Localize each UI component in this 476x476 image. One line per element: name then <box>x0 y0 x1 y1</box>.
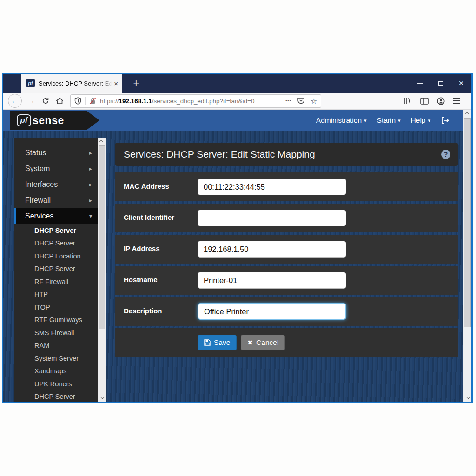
sidebar-item-system[interactable]: System▸ <box>14 161 98 177</box>
sidebar-subitem[interactable]: RTF Gumilways <box>14 314 98 327</box>
chevron-down-icon: ▾ <box>398 118 401 124</box>
page-title: Services: DHCP Server: Edit Static Mappi… <box>115 149 315 160</box>
tab-bar: pf Services: DHCP Server: Edit S × + × <box>3 74 471 93</box>
reload-button[interactable] <box>42 97 49 105</box>
client-identifier-field[interactable] <box>198 210 346 226</box>
form-row-client-identifier: Client Identifier <box>115 204 458 232</box>
url-text[interactable]: https://192.168.1.1/services_dhcp_edit.p… <box>100 98 282 105</box>
ip-address-field[interactable] <box>198 241 346 258</box>
hostname-field[interactable] <box>198 272 346 289</box>
mac-address-field[interactable] <box>198 178 346 195</box>
browser-window: pf Services: DHCP Server: Edit S × + × ←… <box>2 73 473 403</box>
sidebar-subitem[interactable]: System Server <box>14 352 98 365</box>
chevron-down-icon: ▾ <box>364 118 367 124</box>
maximize-button[interactable] <box>430 74 451 93</box>
page-actions-icon[interactable]: ••• <box>285 99 291 103</box>
tab-close-icon[interactable]: × <box>114 79 118 87</box>
url-divider <box>85 97 86 105</box>
tab-title: Services: DHCP Server: Edit S <box>39 80 112 87</box>
sidebar-subitem[interactable]: DHCP Location <box>14 250 98 263</box>
menu-help[interactable]: Help▾ <box>411 116 430 125</box>
insecure-lock-icon[interactable] <box>89 97 96 105</box>
pf-logo-icon: pf <box>17 114 31 126</box>
scrollbar-thumb[interactable] <box>464 118 471 327</box>
x-icon: ✖ <box>247 339 253 346</box>
library-icon[interactable] <box>403 97 412 105</box>
back-button[interactable]: ← <box>8 94 22 108</box>
static-mapping-form: MAC Address Client Identifier IP Address… <box>115 172 458 357</box>
tracking-shield-icon[interactable] <box>74 97 81 105</box>
ip-address-label: IP Address <box>124 245 160 252</box>
scroll-down-icon[interactable] <box>463 394 471 402</box>
form-row-description: Description <box>115 297 458 326</box>
menu-administration[interactable]: Administration▾ <box>316 116 367 125</box>
sidebar-subitem[interactable]: SMS Firewall <box>14 326 98 339</box>
scroll-up-icon[interactable] <box>463 110 471 117</box>
browser-toolbar: ← → https://192.168.1.1/services_dhcp_ed… <box>3 93 471 110</box>
cancel-button[interactable]: ✖ Cancel <box>241 335 285 350</box>
form-row-hostname: Hostname <box>115 266 458 295</box>
form-row-mac-address: MAC Address <box>115 172 458 201</box>
sidebar-scrollbar[interactable] <box>98 138 106 402</box>
new-tab-button[interactable]: + <box>129 76 143 90</box>
sidebar-subitem[interactable]: RF Firewall <box>14 275 98 288</box>
save-button[interactable]: Save <box>198 335 237 350</box>
sidebar-subitem[interactable]: DHCP Server <box>14 390 98 402</box>
logout-icon[interactable] <box>441 117 450 124</box>
sidebar-item-status[interactable]: Status▸ <box>14 145 98 161</box>
sidebar-subitem[interactable]: ITOP <box>14 301 98 314</box>
menu-starin[interactable]: Starin▾ <box>377 116 401 125</box>
text-cursor <box>251 307 251 316</box>
sidebar-subitem[interactable]: DHCP Server <box>14 237 98 250</box>
bookmark-star-icon[interactable]: ☆ <box>311 97 317 106</box>
hostname-label: Hostname <box>124 276 158 284</box>
toolbar-right-icons <box>403 97 467 105</box>
sidebar-subitem[interactable]: HTP <box>14 288 98 301</box>
forward-button[interactable]: → <box>26 96 35 106</box>
help-icon[interactable]: ? <box>441 150 450 159</box>
main-content: Services: DHCP Server: Edit Static Mappi… <box>115 143 458 357</box>
sidebar-subitem[interactable]: DHCP Server <box>14 263 98 276</box>
page-body: Status▸ System▸ Interfaces▸ Firewall▸ Se… <box>3 131 471 402</box>
sidebar-item-interfaces[interactable]: Interfaces▸ <box>14 177 98 192</box>
sidebar-subitem[interactable]: DHCP Server <box>14 224 98 237</box>
chevron-right-icon: ▸ <box>89 150 92 156</box>
scroll-up-icon[interactable] <box>98 138 106 145</box>
menu-hamburger-icon[interactable] <box>453 98 460 104</box>
form-footer: Save ✖ Cancel <box>115 328 458 357</box>
chevron-right-icon: ▸ <box>89 165 92 172</box>
home-button[interactable] <box>56 97 64 105</box>
floppy-disk-icon <box>204 339 211 346</box>
client-identifier-label: Client Identifier <box>124 213 174 221</box>
sidebar-item-services[interactable]: Services▾ <box>14 208 98 224</box>
sidebar-subitem[interactable]: UPK Roners <box>14 377 98 390</box>
mac-address-label: MAC Address <box>124 182 169 190</box>
scrollbar-thumb[interactable] <box>99 145 105 329</box>
url-bar[interactable]: https://192.168.1.1/services_dhcp_edit.p… <box>70 94 321 108</box>
pocket-icon[interactable] <box>297 97 305 105</box>
sidebar-toggle-icon[interactable] <box>420 98 429 105</box>
sidebar-subitem[interactable]: Xandmaps <box>14 365 98 378</box>
brand-name: sense <box>33 114 64 127</box>
pfsense-navbar: pf sense Administration▾ Starin▾ Help▾ <box>3 110 471 131</box>
page-title-panel: Services: DHCP Server: Edit Static Mappi… <box>115 143 458 166</box>
window-controls: × <box>410 74 471 93</box>
close-window-button[interactable]: × <box>451 74 471 93</box>
minimize-button[interactable] <box>410 74 430 93</box>
sidebar: Status▸ System▸ Interfaces▸ Firewall▸ Se… <box>14 138 98 402</box>
description-label: Description <box>124 307 162 315</box>
navbar-menus: Administration▾ Starin▾ Help▾ <box>316 110 450 131</box>
page-actions: ••• ☆ <box>285 97 317 106</box>
sidebar-subitem[interactable]: RAM <box>14 339 98 352</box>
pfsense-favicon-icon: pf <box>26 79 35 87</box>
scroll-down-icon[interactable] <box>98 394 106 402</box>
chevron-down-icon: ▾ <box>89 213 92 219</box>
pfsense-logo[interactable]: pf sense <box>10 111 99 130</box>
chevron-right-icon: ▸ <box>89 181 92 188</box>
description-field[interactable] <box>198 303 346 320</box>
chevron-right-icon: ▸ <box>89 197 92 204</box>
account-icon[interactable] <box>437 97 445 105</box>
browser-tab[interactable]: pf Services: DHCP Server: Edit S × <box>21 74 122 93</box>
sidebar-item-firewall[interactable]: Firewall▸ <box>14 192 98 208</box>
page-scrollbar[interactable] <box>463 110 471 402</box>
